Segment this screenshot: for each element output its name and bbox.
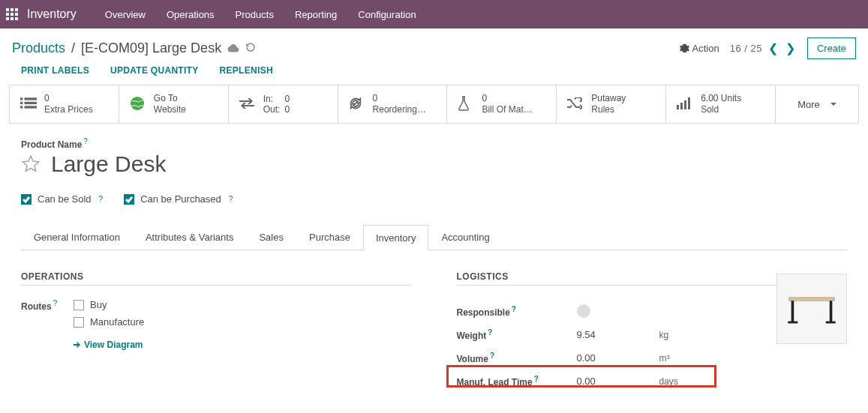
stat-putaway[interactable]: PutawayRules xyxy=(557,85,666,123)
svg-rect-7 xyxy=(677,105,679,109)
svg-rect-13 xyxy=(830,301,833,322)
nav-overview[interactable]: Overview xyxy=(95,9,156,20)
stat-website[interactable]: Go ToWebsite xyxy=(119,85,229,123)
tab-general-information[interactable]: General Information xyxy=(21,224,133,250)
control-bar: Products / [E-COM09] Large Desk Action 1… xyxy=(0,28,868,65)
breadcrumb-separator: / xyxy=(71,40,75,56)
tabs: General Information Attributes & Variant… xyxy=(21,224,847,250)
svg-rect-8 xyxy=(680,103,683,109)
svg-rect-12 xyxy=(791,301,794,322)
help-icon[interactable]: ? xyxy=(488,328,492,337)
nav-reporting[interactable]: Reporting xyxy=(284,9,347,20)
svg-rect-0 xyxy=(20,97,23,100)
svg-rect-9 xyxy=(684,100,686,109)
svg-rect-11 xyxy=(789,298,834,301)
svg-rect-4 xyxy=(20,106,23,108)
svg-rect-15 xyxy=(826,322,836,324)
svg-rect-14 xyxy=(788,322,797,324)
pager-prev[interactable]: ❮ xyxy=(767,40,779,57)
svg-rect-2 xyxy=(20,101,23,103)
gear-icon xyxy=(680,43,689,53)
product-name-label: Product Name xyxy=(21,139,82,150)
transfer-icon xyxy=(239,97,256,112)
brand-label: Inventory xyxy=(27,7,77,21)
apps-icon[interactable] xyxy=(6,8,18,20)
volume-field[interactable]: Volume? 0.00 m³ xyxy=(457,346,848,370)
replenish-button[interactable]: REPLENISH xyxy=(220,65,273,76)
arrow-right-icon xyxy=(74,341,81,349)
nav-products[interactable]: Products xyxy=(225,9,284,20)
nav-configuration[interactable]: Configuration xyxy=(347,9,426,20)
can-be-purchased-checkbox[interactable]: Can be Purchased? xyxy=(124,193,233,205)
caret-down-icon xyxy=(830,103,836,106)
create-button[interactable]: Create xyxy=(807,37,856,59)
form-area: Product Name? Large Desk Can be Sold? Ca… xyxy=(0,124,868,413)
list-icon xyxy=(20,97,37,112)
top-nav: Inventory Overview Operations Products R… xyxy=(0,0,868,28)
undo-icon[interactable] xyxy=(245,42,256,55)
help-icon[interactable]: ? xyxy=(512,305,516,313)
tab-purchase[interactable]: Purchase xyxy=(296,224,363,250)
stat-boxes: 0Extra Prices Go ToWebsite In:0 Out:0 0R… xyxy=(9,85,859,124)
tab-attributes-variants[interactable]: Attributes & Variants xyxy=(133,224,247,250)
help-icon[interactable]: ? xyxy=(83,137,88,145)
action-bar: PRINT LABELS UPDATE QUANTITY REPLENISH xyxy=(0,65,868,85)
stat-more[interactable]: More xyxy=(776,85,858,123)
help-icon[interactable]: ? xyxy=(53,299,58,307)
tab-accounting[interactable]: Accounting xyxy=(428,224,502,250)
manuf-lead-time-field[interactable]: Manuf. Lead Time? 0.00 days xyxy=(457,370,848,393)
help-icon[interactable]: ? xyxy=(99,195,104,203)
print-labels-button[interactable]: PRINT LABELS xyxy=(21,65,89,76)
stat-extra-prices[interactable]: 0Extra Prices xyxy=(10,85,119,123)
flask-icon xyxy=(458,96,474,113)
stat-reordering[interactable]: 0Reordering… xyxy=(338,85,448,123)
avatar xyxy=(577,304,590,318)
view-diagram-link[interactable]: View Diagram xyxy=(74,340,144,350)
route-manufacture-checkbox[interactable]: Manufacture xyxy=(74,316,144,328)
pager-next[interactable]: ❯ xyxy=(784,40,797,57)
globe-icon xyxy=(130,96,146,113)
svg-point-6 xyxy=(131,97,144,110)
svg-rect-3 xyxy=(25,101,38,103)
stat-bom[interactable]: 0Bill Of Mat… xyxy=(447,85,557,123)
can-be-sold-checkbox[interactable]: Can be Sold? xyxy=(21,193,103,205)
star-icon[interactable] xyxy=(21,154,41,174)
tab-inventory[interactable]: Inventory xyxy=(363,225,428,250)
bars-icon xyxy=(677,97,693,112)
shuffle-icon xyxy=(567,97,584,112)
help-icon[interactable]: ? xyxy=(534,375,539,383)
stat-sold[interactable]: 6.00 UnitsSold xyxy=(666,85,776,123)
svg-rect-1 xyxy=(25,97,38,100)
help-icon[interactable]: ? xyxy=(229,195,233,203)
refresh-icon xyxy=(349,97,365,112)
help-icon[interactable]: ? xyxy=(490,352,494,360)
route-buy-checkbox[interactable]: Buy xyxy=(74,299,144,310)
cloud-icon[interactable] xyxy=(227,43,239,55)
stat-in-out[interactable]: In:0 Out:0 xyxy=(229,85,338,123)
breadcrumb: Products / [E-COM09] Large Desk xyxy=(12,40,256,56)
breadcrumb-parent[interactable]: Products xyxy=(12,40,65,56)
tab-sales[interactable]: Sales xyxy=(246,224,296,250)
product-image[interactable] xyxy=(776,274,847,344)
pager: 16 / 25 ❮ ❯ xyxy=(730,40,797,57)
action-label: Action xyxy=(692,43,719,54)
operations-header: OPERATIONS xyxy=(21,271,412,286)
update-quantity-button[interactable]: UPDATE QUANTITY xyxy=(110,65,199,76)
breadcrumb-current: [E-COM09] Large Desk xyxy=(81,40,221,56)
operations-section: OPERATIONS Routes? Buy Manufacture View … xyxy=(21,271,412,393)
action-button[interactable]: Action xyxy=(680,43,719,54)
product-title[interactable]: Large Desk xyxy=(51,151,166,177)
nav-operations[interactable]: Operations xyxy=(156,9,225,20)
svg-rect-10 xyxy=(688,97,690,109)
svg-rect-5 xyxy=(25,106,38,108)
